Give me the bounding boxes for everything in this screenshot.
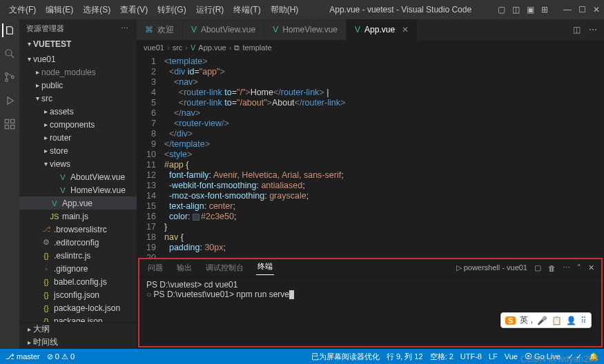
tree-item-components[interactable]: ▸components (19, 118, 137, 131)
tree-item-appvue[interactable]: VApp.vue (19, 196, 137, 210)
tree-item-editorconfig[interactable]: ⚙.editorconfig (19, 236, 137, 249)
panel-debugconsole[interactable]: 调试控制台 (204, 263, 245, 273)
tree-item-gitignore[interactable]: ◦.gitignore (19, 262, 137, 275)
menubar: 文件(F) 编辑(E) 选择(S) 查看(V) 转到(G) 运行(R) 终端(T… (0, 0, 604, 19)
ime-mic-icon[interactable]: 🎤 (537, 316, 547, 325)
terminal-panel: 问题 输出 调试控制台 终端 ▷ powershell - vue01 ▢ 🗑 … (138, 258, 603, 347)
layout-toggle-3-icon[interactable]: ▣ (527, 5, 534, 14)
folder-root[interactable]: ▾VUETEST (19, 37, 137, 50)
menu-go[interactable]: 转到(G) (153, 4, 191, 16)
terminal-kill-icon[interactable]: 🗑 (548, 264, 556, 272)
ime-mode[interactable]: 英 , (520, 314, 533, 326)
terminal-shell-label[interactable]: ▷ powershell - vue01 (456, 263, 527, 272)
status-screenreader[interactable]: 已为屏幕阅读器优化 (311, 352, 380, 362)
code-editor[interactable]: 123456789101112131415161718192021 <templ… (137, 55, 604, 258)
terminal-maximize-icon[interactable]: ˄ (577, 263, 581, 272)
scm-icon[interactable] (3, 70, 17, 84)
status-problems[interactable]: ⊘ 0 ⚠ 0 (47, 352, 75, 361)
panel-terminal[interactable]: 终端 (256, 261, 274, 275)
menu-file[interactable]: 文件(F) (4, 4, 41, 16)
svg-point-1 (6, 73, 8, 76)
svg-rect-4 (5, 119, 8, 123)
debug-icon[interactable] (3, 94, 17, 108)
tree-item-vue01[interactable]: ▾vue01 (19, 52, 137, 65)
status-golive[interactable]: ⦿ Go Live (525, 352, 561, 361)
ime-logo-icon: S (505, 316, 516, 325)
explorer-title: 资源管理器 (26, 23, 64, 34)
menu-edit[interactable]: 编辑(E) (41, 4, 78, 16)
terminal-more-icon[interactable]: ⋯ (563, 263, 570, 272)
maximize-icon[interactable]: ☐ (578, 5, 586, 14)
menu-selection[interactable]: 选择(S) (78, 4, 115, 16)
tab-welcome[interactable]: ⌘欢迎 (137, 19, 183, 40)
activity-bar (0, 19, 19, 349)
terminal-body[interactable]: PS D:\vuetest> cd vue01○ PS D:\vuetest\v… (139, 277, 601, 346)
tree-item-babelconfigjs[interactable]: {}babel.config.js (19, 275, 137, 288)
ime-clip-icon[interactable]: 📋 (552, 316, 562, 325)
status-prettier[interactable]: ✓ ✓ (567, 352, 582, 361)
tree-item-homeviewvue[interactable]: VHomeView.vue (19, 183, 137, 196)
tree-item-packagejson[interactable]: {}package.json (19, 314, 137, 322)
status-bar: ⎇ master ⊘ 0 ⚠ 0 已为屏幕阅读器优化 行 9, 列 12 空格:… (0, 349, 604, 364)
ime-grid-icon[interactable]: ⠿ (581, 316, 587, 325)
layout-toggle-2-icon[interactable]: ◫ (512, 5, 520, 14)
tree-item-mainjs[interactable]: JSmain.js (19, 210, 137, 223)
tree-item-assets[interactable]: ▸assets (19, 105, 137, 118)
tree-item-store[interactable]: ▸store (19, 144, 137, 157)
svg-point-0 (6, 50, 12, 56)
tab-homeview[interactable]: VHomeView.vue (264, 19, 347, 40)
breadcrumb[interactable]: vue01› src› VApp.vue› ⧉template (137, 40, 604, 55)
explorer-more-icon[interactable]: ⋯ (121, 24, 130, 33)
status-indent[interactable]: 空格: 2 (430, 352, 454, 362)
menu-help[interactable]: 帮助(H) (266, 4, 304, 16)
timeline-section[interactable]: ▸时间线 (19, 336, 137, 349)
extensions-icon[interactable] (3, 117, 17, 131)
layout-toggle-4-icon[interactable]: ⊞ (541, 5, 548, 14)
code-content[interactable]: <template> <div id="app"> <nav> <router-… (164, 55, 604, 258)
status-lang[interactable]: Vue (505, 352, 518, 361)
status-lncol[interactable]: 行 9, 列 12 (387, 352, 423, 362)
tree-item-public[interactable]: ▸public (19, 79, 137, 92)
tree-item-src[interactable]: ▾src (19, 92, 137, 105)
panel-output[interactable]: 输出 (175, 263, 193, 273)
tab-aboutview[interactable]: VAboutView.vue (183, 19, 264, 40)
layout-toggle-1-icon[interactable]: ▢ (498, 5, 505, 14)
tree-item-jsconfigjson[interactable]: {}jsconfig.json (19, 288, 137, 301)
close-icon[interactable]: ✕ (593, 5, 600, 14)
split-editor-icon[interactable]: ◫ (573, 25, 581, 34)
panel-problems[interactable]: 问题 (146, 263, 164, 273)
explorer-icon[interactable] (2, 23, 16, 37)
tree-item-browserslistrc[interactable]: ⎇.browserslistrc (19, 223, 137, 236)
tab-close-icon[interactable]: ✕ (402, 25, 409, 34)
menu-run[interactable]: 运行(R) (191, 4, 229, 16)
tree-item-router[interactable]: ▸router (19, 131, 137, 144)
tree-item-packagelockjson[interactable]: {}package-lock.json (19, 301, 137, 314)
terminal-close-icon[interactable]: ✕ (588, 263, 594, 272)
tab-appvue[interactable]: VApp.vue✕ (347, 19, 418, 40)
explorer-sidebar: 资源管理器 ⋯ ▾VUETEST ▾vue01▸node_modules▸pub… (19, 19, 137, 349)
ime-user-icon[interactable]: 👤 (566, 316, 576, 325)
editor-more-icon[interactable]: ⋯ (589, 25, 597, 34)
tree-item-eslintrcjs[interactable]: {}.eslintrc.js (19, 249, 137, 262)
terminal-new-icon[interactable]: ▢ (534, 263, 541, 272)
menu-view[interactable]: 查看(V) (115, 4, 153, 16)
minimize-icon[interactable]: — (563, 5, 572, 14)
svg-point-2 (6, 79, 8, 82)
status-eol[interactable]: LF (489, 352, 498, 361)
file-tree: ▾vue01▸node_modules▸public▾src▸assets▸co… (19, 50, 137, 322)
window-title: App.vue - vuetest - Visual Studio Code (303, 5, 498, 14)
tree-item-nodemodules[interactable]: ▸node_modules (19, 65, 137, 79)
tree-item-views[interactable]: ▾views (19, 157, 137, 170)
status-encoding[interactable]: UTF-8 (460, 352, 482, 361)
outline-section[interactable]: ▸大纲 (19, 323, 137, 336)
status-bell-icon[interactable]: 🔔 (589, 352, 598, 361)
menu-terminal[interactable]: 终端(T) (228, 4, 265, 16)
editor-tabs: ⌘欢迎 VAboutView.vue VHomeView.vue VApp.vu… (137, 19, 604, 40)
tree-item-aboutviewvue[interactable]: VAboutView.vue (19, 170, 137, 183)
status-git-branch[interactable]: ⎇ master (6, 352, 40, 361)
svg-rect-5 (11, 119, 14, 123)
svg-rect-7 (11, 125, 14, 129)
terminal-tabs: 问题 输出 调试控制台 终端 ▷ powershell - vue01 ▢ 🗑 … (139, 259, 601, 277)
search-icon[interactable] (3, 47, 17, 61)
ime-toolbar[interactable]: S 英 , 🎤 📋 👤 ⠿ (500, 312, 592, 328)
